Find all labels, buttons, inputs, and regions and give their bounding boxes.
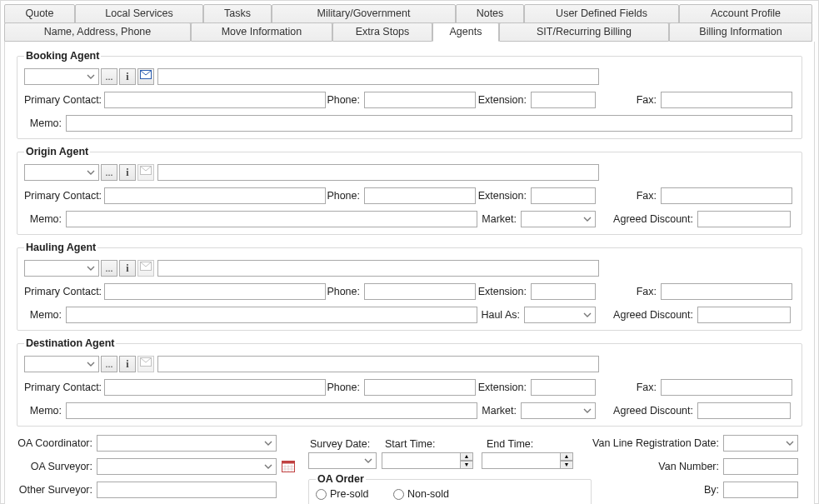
lookup-button[interactable]: ... [101,260,117,277]
booking-agent-name-input[interactable] [157,68,599,85]
oa-order-group: OA Order Pre-sold Non-sold [308,473,592,504]
origin-phone-input[interactable] [364,187,476,204]
email-button[interactable] [137,68,154,85]
phone-label: Phone: [326,190,364,202]
end-time-spinner[interactable]: ▲ ▼ [482,452,573,469]
email-button[interactable] [137,164,154,181]
survey-date-select[interactable] [308,452,377,469]
tab-move-information[interactable]: Move Information [191,22,332,42]
agreed-discount-label: Agreed Discount: [596,405,697,417]
origin-memo-input[interactable] [66,211,477,227]
presold-radio-input[interactable] [316,489,327,500]
booking-phone-input[interactable] [364,92,476,108]
origin-market-select[interactable] [521,211,596,227]
hauling-primary-contact-input[interactable] [104,283,326,300]
email-button[interactable] [137,260,154,277]
van-number-input[interactable] [723,458,798,475]
origin-fax-input[interactable] [661,187,792,204]
agreed-discount-label: Agreed Discount: [596,213,697,225]
tab-row-1: Quote Local Services Tasks Military/Gove… [4,4,815,23]
lookup-button[interactable]: ... [101,68,117,85]
tab-quote[interactable]: Quote [4,4,75,23]
booking-memo-input[interactable] [66,115,792,132]
oa-order-legend: OA Order [316,473,366,485]
nonsold-radio-input[interactable] [393,489,404,500]
fax-label: Fax: [596,286,661,297]
market-label: Market: [477,213,521,225]
hauling-memo-input[interactable] [66,307,477,323]
info-button[interactable]: i [119,68,136,85]
spin-down-button[interactable]: ▼ [460,461,473,469]
nonsold-radio[interactable]: Non-sold [393,488,449,500]
extension-label: Extension: [476,94,531,106]
tab-sit-recurring-billing[interactable]: SIT/Recurring Billing [499,22,669,42]
tab-tasks[interactable]: Tasks [203,4,272,23]
hauling-haulas-select[interactable] [524,307,596,323]
tab-label: SIT/Recurring Billing [537,26,632,37]
destination-market-select[interactable] [521,402,596,419]
lookup-button[interactable]: ... [101,164,117,181]
destination-memo-input[interactable] [66,402,477,419]
tab-name-address-phone[interactable]: Name, Address, Phone [4,22,191,42]
other-surveyor-input[interactable] [97,482,277,498]
origin-extension-input[interactable] [531,187,596,204]
calendar-icon [282,459,295,475]
info-button[interactable]: i [119,260,136,277]
destination-discount-input[interactable] [697,402,791,419]
info-button[interactable]: i [119,356,136,372]
start-time-input[interactable] [382,452,460,469]
email-icon [140,262,152,275]
tab-local-services[interactable]: Local Services [75,4,203,23]
destination-fax-input[interactable] [661,379,792,396]
lookup-button[interactable]: ... [101,356,117,372]
fax-label: Fax: [596,382,661,393]
tab-label: User Defined Fields [556,7,647,19]
oa-surveyor-select[interactable] [97,458,277,475]
hauling-extension-input[interactable] [531,283,596,300]
email-button[interactable] [137,356,154,372]
booking-agent-select[interactable] [24,68,99,85]
tab-billing-information[interactable]: Billing Information [669,22,812,42]
destination-agent-name-input[interactable] [157,356,599,372]
tab-notes[interactable]: Notes [456,4,524,23]
tab-extra-stops[interactable]: Extra Stops [332,22,432,42]
hauling-agent-select[interactable] [24,260,99,277]
spin-down-button[interactable]: ▼ [560,461,573,469]
destination-primary-contact-input[interactable] [104,379,326,396]
booking-primary-contact-input[interactable] [104,92,326,108]
hauling-phone-input[interactable] [364,283,476,300]
destination-extension-input[interactable] [531,379,596,396]
tab-agents[interactable]: Agents [432,22,499,42]
booking-extension-input[interactable] [531,92,596,108]
fax-label: Fax: [596,190,661,202]
origin-agent-name-input[interactable] [157,164,599,181]
tab-user-defined-fields[interactable]: User Defined Fields [524,4,679,23]
by-input[interactable] [723,482,798,498]
end-time-input[interactable] [482,452,560,469]
end-time-label: End Time: [458,438,542,450]
hauling-agent-name-input[interactable] [157,260,599,277]
origin-discount-input[interactable] [697,211,791,227]
tab-military-government[interactable]: Military/Government [272,4,456,23]
start-time-label: Start Time: [375,438,458,450]
booking-fax-input[interactable] [661,92,792,108]
origin-primary-contact-input[interactable] [104,187,326,204]
email-icon [140,357,152,371]
info-button[interactable]: i [119,164,136,181]
oa-coordinator-select[interactable] [97,435,277,452]
extension-label: Extension: [476,382,531,393]
hauling-fax-input[interactable] [661,283,792,300]
tab-account-profile[interactable]: Account Profile [679,4,812,23]
van-line-reg-date-select[interactable] [723,435,798,452]
start-time-spinner[interactable]: ▲ ▼ [382,452,473,469]
spin-up-button[interactable]: ▲ [460,452,473,461]
destination-agent-select[interactable] [24,356,99,372]
spin-up-button[interactable]: ▲ [560,452,573,461]
primary-contact-label: Primary Contact: [24,190,104,202]
origin-agent-select[interactable] [24,164,99,181]
presold-radio[interactable]: Pre-sold [316,488,369,500]
calendar-button[interactable] [280,458,297,475]
destination-phone-input[interactable] [364,379,476,396]
tab-label: Tasks [224,7,251,19]
hauling-discount-input[interactable] [697,307,791,323]
